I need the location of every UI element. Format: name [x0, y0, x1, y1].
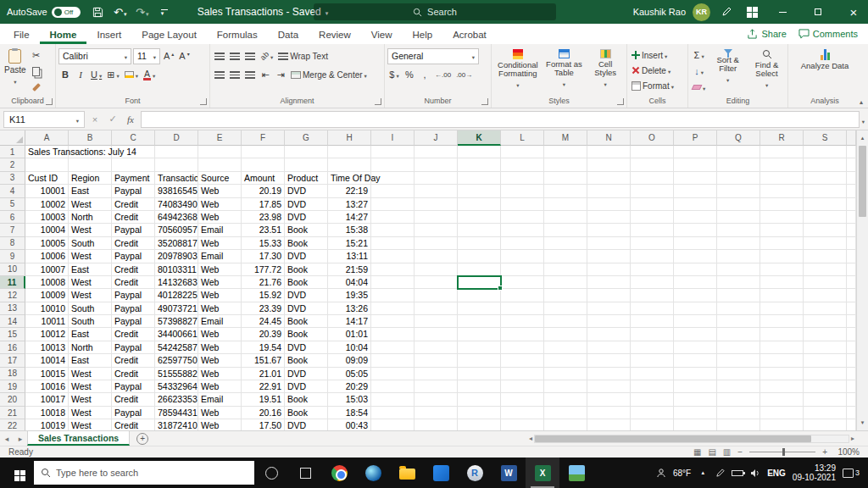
cell-Q19[interactable] — [717, 380, 760, 393]
cell-I5[interactable] — [371, 198, 415, 211]
cell-B9[interactable]: West — [69, 250, 112, 263]
cell-A18[interactable]: 10015 — [25, 368, 69, 380]
row-header-2[interactable]: 2 — [0, 158, 25, 171]
cell-M21[interactable] — [544, 407, 587, 419]
cell-P6[interactable] — [674, 211, 717, 224]
scroll-down-icon[interactable] — [857, 417, 868, 429]
cell-O18[interactable] — [631, 368, 674, 380]
cell-G4[interactable]: DVD — [285, 185, 328, 197]
cell-C6[interactable]: Credit — [112, 211, 155, 224]
cell-P14[interactable] — [674, 315, 717, 328]
cell-L4[interactable] — [501, 185, 544, 197]
comments-button[interactable]: Comments — [798, 29, 858, 39]
tab-view[interactable]: View — [361, 24, 403, 44]
row-header-1[interactable]: 1 — [0, 146, 25, 158]
cell-M8[interactable] — [544, 237, 587, 250]
cell-E7[interactable]: Email — [198, 224, 242, 236]
cell-R6[interactable] — [760, 211, 804, 224]
row-header-18[interactable]: 18 — [0, 368, 25, 380]
user-avatar[interactable]: KR — [693, 3, 710, 21]
row-header-21[interactable]: 21 — [0, 407, 25, 419]
cell-E19[interactable]: Web — [198, 380, 242, 393]
cell-C12[interactable]: Paypal — [112, 289, 155, 302]
percent-style-button[interactable]: % — [403, 67, 416, 82]
cell-H18[interactable]: 05:05 — [328, 368, 371, 380]
row-header-4[interactable]: 4 — [0, 185, 25, 197]
cell-B18[interactable]: West — [69, 368, 112, 380]
cell-N5[interactable] — [587, 198, 631, 211]
cell-P17[interactable] — [674, 354, 717, 367]
cell-R3[interactable] — [760, 172, 804, 185]
borders-button[interactable]: ⊞ — [105, 67, 120, 82]
file-explorer-button[interactable] — [390, 458, 424, 488]
row-header-3[interactable]: 3 — [0, 172, 25, 185]
cell-H13[interactable]: 13:26 — [328, 302, 371, 315]
cell-E5[interactable]: Web — [198, 198, 242, 211]
cell-I15[interactable] — [371, 328, 415, 341]
zoom-out-button[interactable] — [737, 447, 743, 457]
cell-B2[interactable] — [69, 158, 112, 171]
cell-I9[interactable] — [371, 250, 415, 263]
font-size-select[interactable]: 11 — [133, 48, 160, 64]
delete-cells-button[interactable]: Delete — [630, 63, 672, 78]
weather-temp[interactable]: 68°F — [673, 469, 691, 478]
cell-N9[interactable] — [587, 250, 631, 263]
autosum-button[interactable]: Σ — [691, 47, 707, 63]
cell-E8[interactable]: Web — [198, 237, 242, 250]
cell-R5[interactable] — [760, 198, 804, 211]
cell-L10[interactable] — [501, 263, 544, 276]
cell-M14[interactable] — [544, 315, 587, 328]
cell-S19[interactable] — [804, 380, 847, 393]
page-break-view-button[interactable] — [723, 447, 731, 457]
cortana-button[interactable] — [254, 458, 288, 488]
column-header-N[interactable]: N — [587, 130, 631, 146]
cell-N17[interactable] — [587, 354, 631, 367]
fill-color-button[interactable] — [123, 67, 140, 82]
cell-G8[interactable]: Book — [285, 237, 328, 250]
cell-E22[interactable]: Web — [198, 419, 242, 430]
cell-H22[interactable]: 00:43 — [328, 419, 371, 430]
cell-A8[interactable]: 10005 — [25, 237, 69, 250]
cell-P12[interactable] — [674, 289, 717, 302]
insert-cells-button[interactable]: Insert — [630, 47, 669, 63]
orientation-button[interactable]: ab — [259, 48, 275, 64]
cell-J2[interactable] — [415, 158, 458, 171]
cell-L5[interactable] — [501, 198, 544, 211]
cell-R13[interactable] — [760, 302, 804, 315]
cell-O10[interactable] — [631, 263, 674, 276]
cell-M6[interactable] — [544, 211, 587, 224]
cell-E15[interactable]: Web — [198, 328, 242, 341]
cell-I10[interactable] — [371, 263, 415, 276]
cell-L3[interactable] — [501, 172, 544, 185]
cell-A2[interactable] — [25, 158, 69, 171]
cell-C5[interactable]: Credit — [112, 198, 155, 211]
cell-C19[interactable]: Paypal — [112, 380, 155, 393]
cell-D6[interactable]: 64942368 — [155, 211, 198, 224]
cell-E21[interactable]: Web — [198, 407, 242, 419]
increase-indent-button[interactable]: ⇥ — [274, 67, 287, 82]
copy-button[interactable] — [30, 64, 43, 79]
cell-Q18[interactable] — [717, 368, 760, 380]
conditional-formatting-button[interactable]: Conditional Formatting — [494, 47, 542, 89]
cell-F3[interactable]: Amount — [242, 172, 285, 185]
row-header-11[interactable]: 11 — [0, 276, 25, 289]
cell-J14[interactable] — [415, 315, 458, 328]
volume-button[interactable] — [750, 469, 760, 478]
people-button[interactable] — [656, 468, 666, 478]
cell-A15[interactable]: 10012 — [25, 328, 69, 341]
cell-J13[interactable] — [415, 302, 458, 315]
cell-K3[interactable] — [458, 172, 501, 185]
cell-O14[interactable] — [631, 315, 674, 328]
cell-G17[interactable]: Book — [285, 354, 328, 367]
cell-J22[interactable] — [415, 419, 458, 430]
increase-decimal-button[interactable]: ←.00 — [433, 67, 453, 82]
cell-G10[interactable]: Book — [285, 263, 328, 276]
cell-E2[interactable] — [198, 158, 242, 171]
top-align-button[interactable] — [213, 48, 226, 64]
cell-C3[interactable]: Payment — [112, 172, 155, 185]
cell-B22[interactable]: West — [69, 419, 112, 430]
cell-E11[interactable]: Web — [198, 276, 242, 289]
cell-L15[interactable] — [501, 328, 544, 341]
cell-I13[interactable] — [371, 302, 415, 315]
cell-D1[interactable] — [155, 146, 198, 158]
